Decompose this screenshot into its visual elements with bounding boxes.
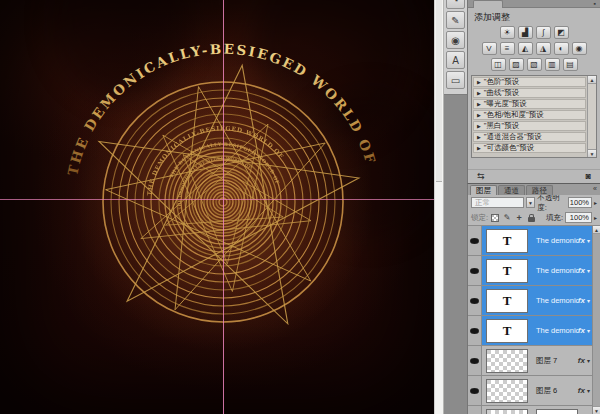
layer-thumbnail-cell[interactable]: T xyxy=(482,226,532,255)
invert-icon[interactable]: ◫ xyxy=(491,58,506,71)
layer-thumbnail-cell[interactable]: T xyxy=(482,316,532,345)
layer-thumbnail-cell[interactable] xyxy=(482,376,532,405)
expand-triangle-icon[interactable]: ▶ xyxy=(477,90,481,96)
effects-expand-icon[interactable]: ▾ xyxy=(587,297,590,304)
text-layer-thumbnail[interactable]: T xyxy=(486,259,528,283)
hue-saturation-icon[interactable]: ≡ xyxy=(500,42,515,55)
panel-collapse-icon[interactable]: « xyxy=(593,185,597,192)
document-vertical-scrollbar[interactable] xyxy=(434,0,444,414)
rotate-view-panel-icon[interactable]: ◔ xyxy=(446,0,465,9)
fill-value[interactable]: 100% xyxy=(565,212,592,223)
curves-icon[interactable]: ∫ xyxy=(536,26,551,39)
lock-pixels-icon[interactable]: ✎ xyxy=(502,213,512,223)
lock-position-icon[interactable]: + xyxy=(514,213,524,223)
character-panel-icon[interactable]: A xyxy=(446,51,465,69)
tab-adjustments[interactable] xyxy=(473,0,503,8)
layer-name[interactable]: The demonicall... xyxy=(532,316,578,345)
blend-mode-dropdown-icon[interactable]: ▼ xyxy=(526,197,535,208)
masks-panel-icon[interactable]: ▭ xyxy=(446,71,465,89)
vibrance-icon[interactable]: V xyxy=(482,42,497,55)
photo-filter-icon[interactable]: ◐ xyxy=(554,42,569,55)
blend-mode-select[interactable]: 正常 xyxy=(471,197,524,208)
scroll-down-icon[interactable]: ▼ xyxy=(588,149,596,157)
preset-group-row[interactable]: ▶"通道混合器"预设 xyxy=(473,132,586,142)
visibility-toggle[interactable] xyxy=(468,256,482,285)
layer-thumbnail-cell[interactable] xyxy=(482,406,532,414)
layer-row[interactable]: TThe demonicall...fx▾ xyxy=(468,256,592,286)
tab-panel[interactable]: 通道 xyxy=(498,185,525,195)
expand-triangle-icon[interactable]: ▶ xyxy=(477,79,481,85)
layer-effects-icon[interactable]: fx xyxy=(578,356,585,365)
tab-panel[interactable]: 路径 xyxy=(526,185,553,195)
layer-effects-icon[interactable]: fx xyxy=(578,236,585,245)
presets-scrollbar[interactable]: ▲ ▼ xyxy=(587,76,596,157)
text-layer-thumbnail[interactable]: T xyxy=(486,319,528,343)
gradient-map-icon[interactable]: ▥ xyxy=(545,58,560,71)
preset-group-row[interactable]: ▶"色阶"预设 xyxy=(473,77,586,87)
threshold-icon[interactable]: ▧ xyxy=(527,58,542,71)
vertical-guide[interactable] xyxy=(223,0,224,414)
layer-name[interactable]: The demonicall... xyxy=(532,286,578,315)
color-balance-icon[interactable]: ◭ xyxy=(518,42,533,55)
expand-triangle-icon[interactable]: ▶ xyxy=(477,134,481,140)
brightness-contrast-icon[interactable]: ☀ xyxy=(500,26,515,39)
visibility-toggle[interactable] xyxy=(468,316,482,345)
layer-name[interactable]: 图层 6 xyxy=(532,376,578,405)
effects-expand-icon[interactable]: ▾ xyxy=(587,357,590,364)
layer-row[interactable]: 图层 6fx▾ xyxy=(468,376,592,406)
preset-group-row[interactable]: ▶"曲线"预设 xyxy=(473,88,586,98)
panel-menu-icon[interactable]: ▪ xyxy=(594,0,596,8)
horizontal-guide[interactable] xyxy=(0,199,434,200)
expand-triangle-icon[interactable]: ▶ xyxy=(477,112,481,118)
tab-layers-active[interactable]: 图层 xyxy=(470,185,497,195)
effects-expand-icon[interactable]: ▾ xyxy=(587,387,590,394)
scrollbar-thumb[interactable] xyxy=(436,0,442,182)
text-layer-thumbnail[interactable]: T xyxy=(486,289,528,313)
scroll-up-icon[interactable]: ▲ xyxy=(593,226,600,234)
preset-group-row[interactable]: ▶"可选颜色"预设 xyxy=(473,143,586,153)
fill-stepper-icon[interactable]: ▸ xyxy=(594,214,597,221)
scroll-down-icon[interactable]: ▼ xyxy=(593,406,600,414)
selective-color-icon[interactable]: ▤ xyxy=(563,58,578,71)
expand-triangle-icon[interactable]: ▶ xyxy=(477,145,481,151)
layer-effects-icon[interactable]: fx xyxy=(578,296,585,305)
visibility-toggle[interactable] xyxy=(468,226,482,255)
effects-expand-icon[interactable]: ▾ xyxy=(587,327,590,334)
layer-name[interactable]: 图层 7 xyxy=(532,346,578,375)
layer-effects-icon[interactable]: fx xyxy=(578,326,585,335)
expand-triangle-icon[interactable]: ▶ xyxy=(477,101,481,107)
opacity-value[interactable]: 100% xyxy=(568,197,592,208)
layer-name[interactable]: The demonicall... xyxy=(532,226,578,255)
visibility-toggle[interactable] xyxy=(468,406,482,414)
visibility-toggle[interactable] xyxy=(468,346,482,375)
preset-group-row[interactable]: ▶"黑白"预设 xyxy=(473,121,586,131)
layer-thumbnail-cell[interactable] xyxy=(482,346,532,375)
layer-row[interactable]: TThe demonicall...fx▾ xyxy=(468,286,592,316)
layer-effects-icon[interactable]: fx xyxy=(578,386,585,395)
pixel-layer-thumbnail[interactable] xyxy=(486,409,528,414)
layer-row[interactable]: TThe demonicall...fx▾ xyxy=(468,316,592,346)
mask-thumbnail-cell[interactable] xyxy=(532,406,582,414)
switch-panel-view-icon[interactable]: ⇆ xyxy=(477,171,485,181)
layer-name[interactable]: The demonicall... xyxy=(532,256,578,285)
layer-thumbnail-cell[interactable]: T xyxy=(482,286,532,315)
layer-row[interactable]: 图层 7fx▾ xyxy=(468,346,592,376)
effects-expand-icon[interactable]: ▾ xyxy=(587,237,590,244)
effects-expand-icon[interactable]: ▾ xyxy=(587,267,590,274)
pixel-layer-thumbnail[interactable] xyxy=(486,379,528,403)
pixel-layer-thumbnail[interactable] xyxy=(486,349,528,373)
exposure-icon[interactable]: ◩ xyxy=(554,26,569,39)
layer-thumbnail-cell[interactable]: T xyxy=(482,256,532,285)
visibility-toggle[interactable] xyxy=(468,286,482,315)
text-layer-thumbnail[interactable]: T xyxy=(486,229,528,253)
lock-all-icon[interactable] xyxy=(526,213,536,223)
scroll-up-icon[interactable]: ▲ xyxy=(588,76,596,84)
preset-group-row[interactable]: ▶"曝光度"预设 xyxy=(473,99,586,109)
visibility-toggle[interactable] xyxy=(468,376,482,405)
channel-mixer-icon[interactable]: ◉ xyxy=(572,42,587,55)
clone-source-panel-icon[interactable]: ◉ xyxy=(446,31,465,49)
preset-group-row[interactable]: ▶"色相/饱和度"预设 xyxy=(473,110,586,120)
levels-icon[interactable]: ▟ xyxy=(518,26,533,39)
layer-row[interactable] xyxy=(468,406,592,414)
brushes-panel-icon[interactable]: ✎ xyxy=(446,11,465,29)
